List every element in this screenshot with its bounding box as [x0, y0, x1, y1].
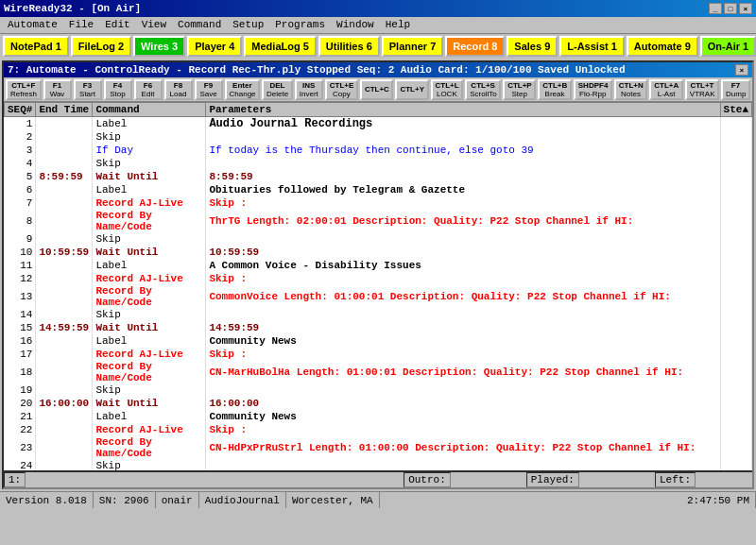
cell-seq: 20: [5, 397, 36, 410]
cell-time: [36, 117, 93, 131]
table-row[interactable]: 1514:59:59Wait Until14:59:59: [5, 321, 752, 334]
table-row[interactable]: 13Record By Name/CodeCommonVoice Length:…: [5, 285, 752, 308]
cell-ste: [720, 196, 751, 210]
table-row[interactable]: 4Skip: [5, 157, 752, 170]
table-row[interactable]: 3If DayIf today is the Thursday then con…: [5, 144, 752, 157]
fkey-ctlp[interactable]: CTL+PStep: [503, 79, 536, 100]
cell-params: [206, 232, 720, 246]
cell-command: Label: [93, 334, 206, 348]
cell-command: Skip: [93, 157, 206, 170]
table-row[interactable]: 7Record AJ-LiveSkip :: [5, 196, 752, 210]
table-row[interactable]: 8Record By Name/CodeThrTG Length: 02:00:…: [5, 210, 752, 232]
fkey-ctly[interactable]: CTL+Y: [395, 79, 428, 100]
cell-time: [36, 157, 93, 170]
fkey-ctlb[interactable]: CTL+BBreak: [538, 79, 572, 100]
fkey-f3[interactable]: F3Start: [74, 79, 102, 100]
cell-time: [36, 259, 93, 272]
onair-field: onair: [156, 492, 199, 508]
fkey-f4[interactable]: F4Stop: [104, 79, 132, 100]
fkey-shdpf4[interactable]: SHDPF4Flo-Rpp: [574, 79, 612, 100]
fkey-f1[interactable]: F1Wav: [43, 79, 72, 100]
fkey-f8[interactable]: F8Load: [164, 79, 193, 100]
menu-view[interactable]: View: [136, 18, 172, 32]
table-row[interactable]: 2Skip: [5, 130, 752, 144]
table-row[interactable]: 12Record AJ-LiveSkip :: [5, 272, 752, 285]
table-row[interactable]: 21LabelCommunity News: [5, 410, 752, 423]
table-row[interactable]: 1010:59:59Wait Until10:59:59: [5, 246, 752, 259]
table-row[interactable]: 23Record By Name/CodeCN-HdPxPrRuStrl Len…: [5, 436, 752, 459]
close-button[interactable]: ×: [739, 3, 752, 14]
cell-params: ThrTG Length: 02:00:01 Description: Qual…: [206, 210, 720, 232]
fkey-ctlf[interactable]: CTL+FRefresh: [6, 79, 42, 100]
table-row[interactable]: 58:59:59Wait Until8:59:59: [5, 170, 752, 183]
table-row[interactable]: 19Skip: [5, 383, 752, 397]
table-row[interactable]: 24Skip: [5, 459, 752, 470]
fkey-ctln[interactable]: CTL+NNotes: [614, 79, 648, 100]
menu-automate[interactable]: Automate: [2, 18, 63, 32]
menu-window[interactable]: Window: [331, 18, 380, 32]
maximize-button[interactable]: □: [724, 3, 737, 14]
table-row[interactable]: 11LabelA Common Voice - Disability Issue…: [5, 259, 752, 272]
cell-time: [36, 410, 93, 423]
cell-time: [36, 285, 93, 308]
table-row[interactable]: 9Skip: [5, 232, 752, 246]
cell-command: Wait Until: [93, 397, 206, 410]
cell-time: [36, 210, 93, 232]
cell-seq: 22: [5, 423, 36, 436]
table-row[interactable]: 2016:00:00Wait Until16:00:00: [5, 397, 752, 410]
fkey-ctls[interactable]: CTL+SScrollTo: [465, 79, 501, 100]
cell-command: If Day: [93, 144, 206, 157]
minimize-button[interactable]: _: [709, 3, 722, 14]
cell-params: Skip :: [206, 348, 720, 361]
record-button[interactable]: Record 8: [445, 36, 505, 57]
fkey-ctlc[interactable]: CTL+C: [360, 79, 394, 100]
menu-setup[interactable]: Setup: [227, 18, 269, 32]
table-row[interactable]: 14Skip: [5, 308, 752, 321]
table-row[interactable]: 22Record AJ-LiveSkip :: [5, 423, 752, 436]
cell-time: [36, 348, 93, 361]
table-row[interactable]: 17Record AJ-LiveSkip :: [5, 348, 752, 361]
cell-seq: 8: [5, 210, 36, 232]
fkey-f6[interactable]: F6Edit: [134, 79, 163, 100]
fkey-f9[interactable]: F9Save: [195, 79, 223, 100]
sub-window-title: 7: Automate - ControlReady - Record Rec-…: [8, 64, 626, 76]
menu-file[interactable]: File: [63, 18, 99, 32]
table-row[interactable]: 6LabelObituaries followed by Telegram & …: [5, 183, 752, 196]
notepad-button[interactable]: NotePad 1: [3, 36, 69, 57]
cell-ste: [720, 170, 751, 183]
fkey-ctle[interactable]: CTL+ECopy: [325, 79, 358, 100]
menu-programs[interactable]: Programs: [269, 18, 331, 32]
menu-edit[interactable]: Edit: [99, 18, 135, 32]
sales-button[interactable]: Sales 9: [507, 36, 558, 57]
menu-command[interactable]: Command: [172, 18, 227, 32]
cell-command: Record By Name/Code: [93, 361, 206, 383]
automate-button[interactable]: Automate 9: [627, 36, 698, 57]
fkey-ctla[interactable]: CTL+AL-Ast: [649, 79, 683, 100]
fkey-ctlt[interactable]: CTL+TVTRAK: [685, 79, 719, 100]
filelog-button[interactable]: FileLog 2: [71, 36, 131, 57]
fkey-enter[interactable]: EnterChange: [225, 79, 261, 100]
table-row[interactable]: 16LabelCommunity News: [5, 334, 752, 348]
player-button[interactable]: Player 4: [187, 36, 242, 57]
sub-window: 7: Automate - ControlReady - Record Rec-…: [2, 60, 754, 489]
fkey-del[interactable]: DELDelete: [262, 79, 293, 100]
table-row[interactable]: 18Record By Name/CodeCN-MarHuBolHa Lengt…: [5, 361, 752, 383]
sequence-table[interactable]: SEQ# End Time Command Parameters Ste▲ 1L…: [4, 102, 752, 470]
onair-button[interactable]: On-Air 1: [700, 36, 756, 57]
sub-close-button[interactable]: ×: [735, 64, 748, 76]
fkey-f7[interactable]: F7Dump: [721, 79, 750, 100]
medialog-button[interactable]: MediaLog 5: [244, 36, 317, 57]
cell-seq: 23: [5, 436, 36, 459]
cell-time: [36, 334, 93, 348]
planner-button[interactable]: Planner 7: [382, 36, 444, 57]
cell-ste: [720, 410, 751, 423]
status-outro: Outro:: [404, 472, 451, 487]
table-row[interactable]: 1LabelAudio Journal Recordings: [5, 117, 752, 131]
fkey-ctll[interactable]: CTL+LLOCK: [431, 79, 464, 100]
fkey-ins[interactable]: INSInvert: [295, 79, 323, 100]
fkey-bar: CTL+FRefresh F1Wav F3Start F4Stop F6Edit…: [4, 77, 752, 102]
menu-help[interactable]: Help: [380, 18, 416, 32]
utilities-button[interactable]: Utilities 6: [318, 36, 380, 57]
lassist-button[interactable]: L-Assist 1: [559, 36, 625, 57]
wires-button[interactable]: Wires 3: [133, 36, 185, 57]
